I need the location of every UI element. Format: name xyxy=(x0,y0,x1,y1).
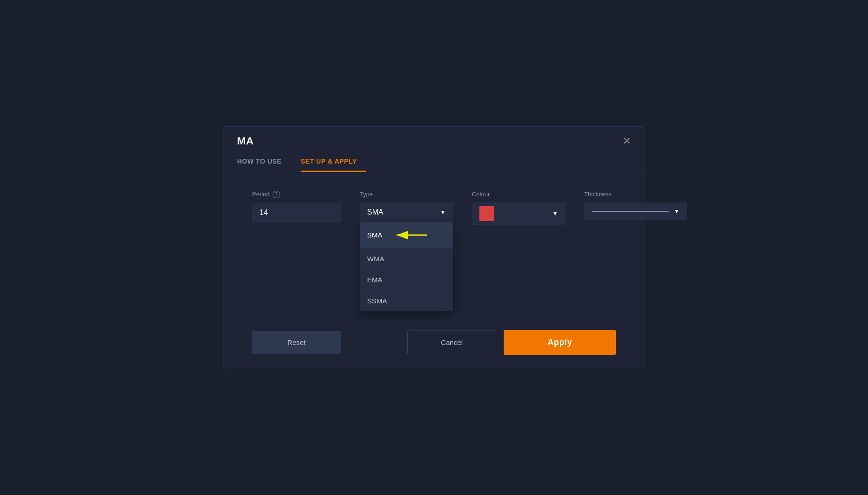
thickness-dropdown-arrow-icon: ▼ xyxy=(674,208,680,215)
modal-title: MA xyxy=(237,135,254,147)
indicator-modal: MA ✕ HOW TO USE SET UP & APPLY Period ? xyxy=(224,126,644,369)
modal-header: MA ✕ xyxy=(224,127,644,147)
modal-footer: Reset Cancel Apply xyxy=(224,321,644,369)
type-dropdown-menu: SMA xyxy=(360,222,453,311)
tab-set-up-apply[interactable]: SET UP & APPLY xyxy=(301,152,366,172)
period-help-icon[interactable]: ? xyxy=(273,191,280,198)
colour-dropdown-arrow-icon: ▼ xyxy=(552,210,558,217)
close-icon[interactable]: ✕ xyxy=(622,136,631,146)
type-label: Type xyxy=(360,191,453,198)
thickness-dropdown[interactable]: ▼ xyxy=(584,202,687,220)
fields-row: Period ? Type SMA ▼ xyxy=(252,191,616,225)
colour-label: Colour xyxy=(472,191,565,198)
type-group: Type SMA ▼ SMA xyxy=(360,191,453,222)
dropdown-arrow-icon: ▼ xyxy=(440,209,446,215)
type-option-sma[interactable]: SMA xyxy=(360,222,453,248)
tab-bar: HOW TO USE SET UP & APPLY xyxy=(224,152,644,172)
type-dropdown[interactable]: SMA ▼ xyxy=(360,202,453,222)
apply-button[interactable]: Apply xyxy=(504,330,616,355)
modal-body: Period ? Type SMA ▼ xyxy=(224,172,644,321)
right-buttons: Cancel Apply xyxy=(407,330,616,355)
thickness-group: Thickness ▼ xyxy=(584,191,687,220)
period-input[interactable] xyxy=(252,203,341,222)
tab-how-to-use[interactable]: HOW TO USE xyxy=(237,152,291,172)
thickness-line-preview xyxy=(592,211,669,212)
reset-button[interactable]: Reset xyxy=(252,331,341,354)
period-label: Period ? xyxy=(252,191,341,198)
tab-divider xyxy=(291,157,291,167)
colour-group: Colour ▼ xyxy=(472,191,565,225)
type-wrapper: SMA ▼ SMA xyxy=(360,202,453,222)
sma-arrow-indicator xyxy=(392,229,429,242)
type-option-ema[interactable]: EMA xyxy=(360,269,453,290)
type-selected-value: SMA xyxy=(367,208,383,216)
type-option-wma[interactable]: WMA xyxy=(360,248,453,269)
colour-swatch xyxy=(479,206,494,221)
period-group: Period ? xyxy=(252,191,341,222)
type-option-ssma[interactable]: SSMA xyxy=(360,290,453,311)
thickness-label: Thickness xyxy=(584,191,687,198)
colour-dropdown[interactable]: ▼ xyxy=(472,202,565,225)
cancel-button[interactable]: Cancel xyxy=(407,330,496,354)
